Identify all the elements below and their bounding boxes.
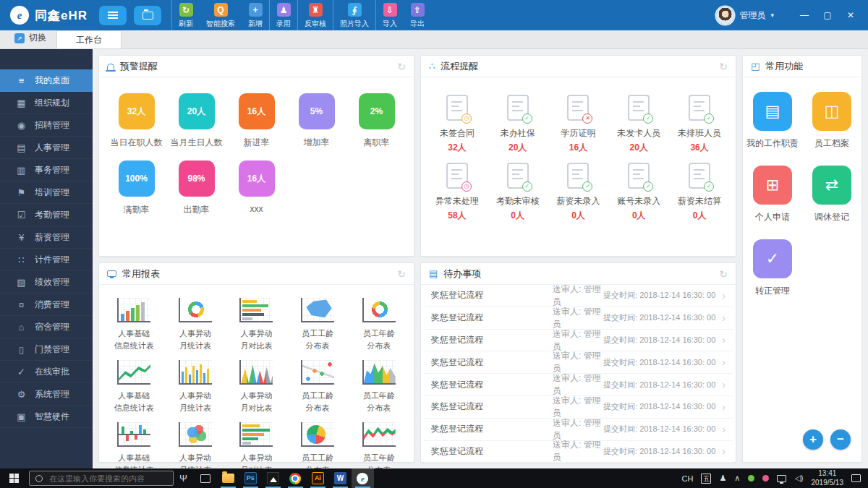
sidebar-item[interactable]: ▦ 组织规划 [0, 92, 93, 114]
process-item[interactable]: ◷ 异常未处理 58人 [427, 163, 488, 222]
alert-tile[interactable]: 5% 增加率 [286, 93, 346, 149]
people-icon[interactable]: ♟ [719, 474, 726, 483]
process-item[interactable]: ✓ 未排班人员 36人 [669, 95, 730, 154]
action-center-icon[interactable] [851, 474, 861, 482]
todo-row[interactable]: 奖惩登记流程 送审人: 管理员 提交时间: 2018-12-14 16:30: … [424, 307, 733, 330]
ime-language[interactable]: CH [682, 474, 694, 483]
sidebar-item[interactable]: ¥ 薪资管理 [0, 226, 93, 249]
hidden-icons-chevron[interactable]: ∧ [734, 474, 740, 483]
sidebar-item[interactable]: ☑ 考勤管理 [0, 204, 93, 226]
sidebar-item[interactable]: ▥ 事务管理 [0, 159, 93, 181]
alert-tile[interactable]: 100% 满勤率 [106, 160, 166, 216]
app-tray-icon[interactable] [762, 475, 769, 481]
sidebar-item[interactable]: ▨ 绩效管理 [0, 271, 93, 294]
antivirus-tray-icon[interactable] [748, 475, 754, 481]
sidebar-item[interactable]: ◉ 招聘管理 [0, 114, 93, 137]
sidebar-item[interactable]: ⚑ 培训管理 [0, 181, 93, 204]
report-item[interactable]: 员工工龄 分布表 [287, 360, 349, 414]
toolbar-button[interactable]: Q 智能搜索 [200, 0, 242, 30]
alert-tile[interactable]: 16人 xxx [226, 160, 286, 216]
report-item[interactable]: 人事异动 月对比表 [226, 422, 287, 476]
refresh-icon[interactable]: ↻ [719, 61, 728, 72]
sidebar-item[interactable]: ⌂ 宿舍管理 [0, 316, 93, 338]
quick-function[interactable]: ✓ 转正管理 [743, 239, 802, 297]
report-item[interactable]: 人事基础 信息统计表 [103, 298, 165, 351]
alert-tile[interactable]: 16人 新进率 [226, 93, 286, 149]
taskbar-app[interactable]: e [352, 468, 374, 488]
report-item[interactable]: 员工年龄 分布表 [348, 298, 409, 351]
report-item[interactable]: 人事异动 月统计表 [165, 360, 226, 414]
process-item[interactable]: ✓ 未发卡人员 20人 [608, 95, 669, 154]
clock[interactable]: 13:41 2019/5/13 [812, 469, 844, 487]
tab-workbench[interactable]: 工作台 [56, 30, 122, 48]
report-item[interactable]: 人事异动 月对比表 [226, 360, 287, 414]
refresh-icon[interactable]: ↻ [397, 268, 406, 280]
sidebar-item[interactable]: ≡ 我的桌面 [0, 69, 93, 92]
taskbar-app[interactable] [262, 468, 284, 488]
todo-row[interactable]: 奖惩登记流程 送审人: 管理员 提交时间: 2018-12-14 16:30: … [424, 374, 733, 396]
process-item[interactable]: ✓ 薪资未结算 0人 [669, 163, 730, 222]
network-icon[interactable] [777, 475, 786, 482]
report-item[interactable]: 人事异动 月统计表 [165, 298, 226, 351]
user-menu[interactable]: 管理员 ▾ [716, 7, 774, 25]
alert-tile[interactable]: 2% 离职率 [346, 93, 407, 149]
close-button[interactable]: ✕ [839, 4, 862, 26]
toolbar-button[interactable]: ∮ 照片导入 [333, 0, 375, 30]
process-item[interactable]: ◷ 未签合同 32人 [427, 95, 488, 154]
quick-function[interactable]: ⇄ 调休登记 [802, 166, 861, 223]
todo-row[interactable]: 奖惩登记流程 送审人: 管理员 提交时间: 2018-12-14 16:30: … [424, 396, 733, 419]
sidebar-item[interactable]: ∷ 计件管理 [0, 249, 93, 271]
ime-mode-icon[interactable]: 五 [701, 474, 711, 484]
toolbar-button[interactable]: ↻ 刷新 [171, 0, 200, 30]
todo-row[interactable]: 奖惩登记流程 送审人: 管理员 提交时间: 2018-12-14 16:30: … [424, 441, 733, 463]
todo-row[interactable]: 奖惩登记流程 送审人: 管理员 提交时间: 2018-12-14 16:30: … [424, 351, 733, 374]
sidebar-item[interactable]: ▣ 智慧硬件 [0, 406, 93, 428]
alert-tile[interactable]: 32人 当日在职人数 [106, 93, 166, 149]
todo-row[interactable]: 奖惩登记流程 送审人: 管理员 提交时间: 2018-12-14 16:30: … [424, 285, 733, 307]
taskbar-app[interactable] [217, 468, 239, 488]
taskbar-app[interactable] [195, 468, 217, 488]
alert-tile[interactable]: 20人 当月生日人数 [166, 93, 226, 149]
taskbar-search[interactable] [29, 471, 174, 486]
todo-row[interactable]: 奖惩登记流程 送审人: 管理员 提交时间: 2018-12-14 16:30: … [424, 419, 733, 441]
taskbar-app[interactable]: Ai [307, 468, 329, 488]
report-item[interactable]: 员工工龄 分布表 [287, 422, 349, 476]
quick-function[interactable]: ◫ 员工档案 [802, 92, 861, 150]
workspace-button[interactable] [134, 6, 161, 25]
quick-function[interactable]: ⊞ 个人申请 [743, 166, 802, 223]
todo-row[interactable]: 奖惩登记流程 送审人: 管理员 提交时间: 2018-12-14 16:30: … [424, 330, 733, 352]
alert-tile[interactable]: 98% 出勤率 [166, 160, 226, 216]
volume-icon[interactable]: ◁) [794, 474, 803, 483]
report-item[interactable]: 人事基础 信息统计表 [103, 360, 165, 414]
start-button[interactable] [0, 468, 27, 488]
search-input[interactable] [48, 474, 167, 484]
quick-function[interactable]: ▤ 我的工作职责 [743, 92, 802, 150]
taskbar-app[interactable]: W [329, 468, 352, 488]
report-item[interactable]: 人事异动 月统计表 [165, 422, 226, 476]
report-item[interactable]: 员工年龄 分布表 [348, 422, 409, 476]
sidebar-item[interactable]: ▯ 门禁管理 [0, 338, 93, 361]
sidebar-item[interactable]: ✓ 在线审批 [0, 361, 93, 383]
report-item[interactable]: 人事基础 信息统计表 [103, 422, 165, 476]
sidebar-item[interactable]: ⚙ 系统管理 [0, 383, 93, 406]
taskbar-app[interactable]: Ps [239, 468, 262, 488]
refresh-icon[interactable]: ↻ [397, 61, 406, 72]
process-item[interactable]: ✓ 账号未录入 0人 [608, 163, 669, 222]
refresh-icon[interactable]: ↻ [719, 268, 728, 280]
process-item[interactable]: ✓ 薪资未录入 0人 [548, 163, 609, 222]
report-item[interactable]: 员工年龄 分布表 [348, 360, 409, 414]
zoom-in-button[interactable]: + [803, 429, 823, 450]
menu-button[interactable] [99, 6, 127, 25]
restore-button[interactable]: ▢ [816, 4, 839, 26]
process-item[interactable]: ✓ 考勤未审核 0人 [488, 163, 548, 222]
microphone-icon[interactable]: Ψ [179, 473, 187, 484]
sidebar-item[interactable]: ▤ 人事管理 [0, 137, 93, 159]
process-item[interactable]: ✕ 学历证明 16人 [548, 95, 609, 154]
minimize-button[interactable]: — [793, 4, 816, 26]
toolbar-button[interactable]: ♜ 反审核 [297, 0, 333, 30]
report-item[interactable]: 人事异动 月对比表 [226, 298, 287, 351]
sidebar-item[interactable]: ¤ 消费管理 [0, 294, 93, 316]
switch-button[interactable]: ↗ 切换 [0, 32, 56, 48]
process-item[interactable]: ✓ 未办社保 20人 [488, 95, 548, 154]
toolbar-button[interactable]: + 新增 [242, 0, 269, 30]
